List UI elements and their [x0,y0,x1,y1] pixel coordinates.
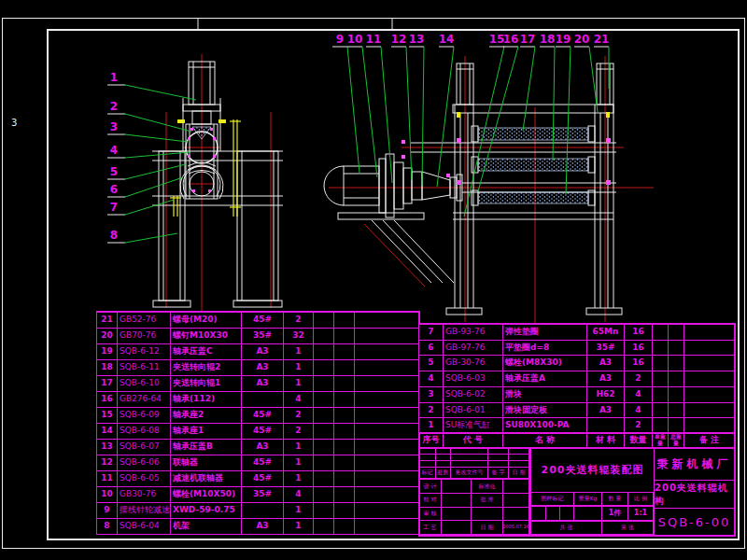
bom-cell-qty: 2 [284,423,314,439]
bom-cell-c8 [684,386,735,402]
bom-cell-c8 [355,423,419,439]
label-date: 日 期 [509,468,529,479]
bom-cell-c7 [334,455,355,470]
bom-cell-code: GB276-64 [118,391,171,407]
drawing-title: 200夹送料辊装配图 [530,447,655,493]
leader-line [125,85,196,100]
callout-number: 11 [366,33,382,46]
callout-number: 9 [336,33,344,46]
bom-cell-qty: 1 [284,375,314,391]
bom-cell-c8 [684,417,735,433]
bom-cell-c7 [334,391,355,407]
bom-cell-material: 45# [242,455,284,470]
bom-cell-seq: 8 [97,518,118,534]
bom-cell-c6 [314,312,334,328]
bom-cell-c6 [314,518,334,534]
leader-line [553,47,555,161]
bom-cell-code: SQB-6-10 [118,375,171,391]
date-value: 2005.07.16 [503,521,529,535]
bom-cell-material: 45# [242,407,284,423]
bom-cell-name: 轴承压盖C [171,343,242,359]
bom-cell-code: GB52-76 [118,312,171,328]
bom-cell-seq: 1 [419,417,444,433]
label-weight: 重量Kg [574,493,602,506]
bom-header-name: 名 称 [503,433,587,448]
bom-cell-c8 [355,312,419,328]
bom-cell-name: SU80X100-PA [503,417,587,433]
bom-cell-c8 [355,343,419,359]
bom-cell-c6 [653,340,669,356]
bom-cell-c7 [334,486,355,502]
callout-number: 7 [110,201,118,214]
callout-number: 4 [110,144,118,157]
bom-cell-c7 [334,407,355,423]
bom-cell-qty: 1 [284,470,314,486]
bom-cell-seq: 5 [419,355,444,371]
bom-cell-material: 35# [242,328,284,343]
bom-cell-c7 [334,375,355,391]
bom-cell-seq: 13 [97,439,118,455]
bom-cell-name: 螺栓(M10X50) [171,486,242,502]
bom-cell-name: 减速机联轴器 [171,470,242,486]
bom-cell-c6 [314,375,334,391]
bom-cell-code: SQB-6-03 [444,371,503,386]
label-drawing-mark: 图样标记 [531,493,574,506]
bom-cell-seq: 21 [97,312,118,328]
drawing-number: SQB-6-00 [654,508,735,536]
callout-number: 21 [594,33,610,46]
bom-cell-material: A3 [242,375,284,391]
bom-cell-name: 螺母(M20) [171,312,242,328]
bom-cell-qty: 2 [284,312,314,328]
bom-cell-name: 联轴器 [171,455,242,470]
callout-number: 5 [110,165,118,178]
leader-line [125,164,186,179]
bom-cell-c7 [669,355,684,371]
bom-cell-code: GB70-76 [118,328,171,343]
leader-line [406,47,412,180]
bom-cell-c7 [334,359,355,375]
label-check: 校 对 [419,494,442,508]
bom-cell-name: 滑块 [503,386,587,402]
callout-number: 19 [556,33,571,46]
motor-reducer [324,154,462,283]
bom-cell-c6 [314,486,334,502]
bom-cell-name: 螺栓(M8X30) [503,355,587,371]
bom-cell-c6 [314,391,334,407]
bom-cell-name: 轴承座2 [171,407,242,423]
callout-number: 14 [439,33,455,46]
bom-cell-c7 [334,502,355,518]
bom-cell-seq: 11 [97,470,118,486]
bom-cell-seq: 3 [419,386,444,402]
bom-cell-c8 [684,324,735,340]
bom-cell-material: A3 [587,371,625,386]
label-sign: 签 字 [488,468,509,479]
front-view [152,54,283,312]
bom-cell-code: SQB-6-04 [118,518,171,534]
bom-cell-c7 [334,343,355,359]
qty-value: 1件 [602,507,628,521]
bom-cell-code: GB-93-76 [444,324,503,340]
label-mark: 标记 [419,468,436,479]
bom-cell-name: 机架 [171,518,242,534]
bom-cell-material: A3 [242,343,284,359]
title-block: 标记 处数 更改文件号 签 字 日 期 设 计 标准化 校 对 批 准 审 核 … [418,447,736,537]
bom-cell-code: GB30-76 [118,486,171,502]
bom-cell-qty: 32 [284,328,314,343]
bom-cell-c7 [669,386,684,402]
bom-cell-c8 [355,518,419,534]
leader-line [437,47,454,187]
bom-cell-name: 轴承压盖B [171,439,242,455]
border-zone-ticks [198,19,392,29]
bom-cell-c7 [334,423,355,439]
bom-cell-material: A3 [242,518,284,534]
revision-grid: 标记 处数 更改文件号 签 字 日 期 [418,447,530,480]
bom-cell-material: 45# [242,470,284,486]
bom-cell-material: A3 [587,402,625,418]
scale-value: 1:1 [628,507,654,521]
bom-table-left: 21GB52-76螺母(M20)45#220GB70-76螺钉M10X3035#… [96,311,420,535]
bom-cell-seq: 9 [97,502,118,518]
bom-cell-c8 [355,328,419,343]
bom-cell-c8 [684,402,735,418]
bom-cell-name: 滑块固定板 [503,402,587,418]
bom-cell-c8 [355,359,419,375]
